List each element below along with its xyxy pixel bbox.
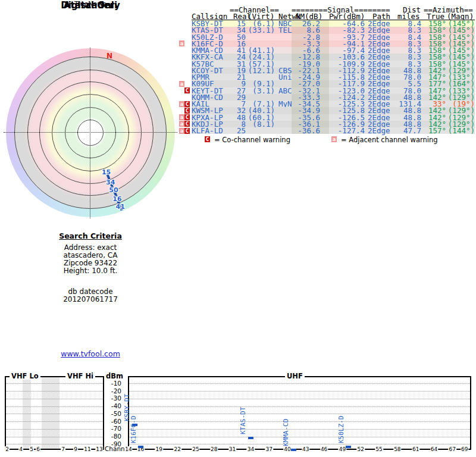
dbm-tick--10: -10: [105, 380, 121, 387]
cell-netwk: [275, 121, 292, 127]
north-label: N: [107, 52, 112, 60]
tvfool-link-wrap: www.tvfool.com: [0, 349, 181, 358]
uhf-chan-tick-55: 55: [375, 446, 383, 452]
warn-badge-c-KAIL: C: [184, 101, 190, 107]
gridline-vhf--60: [6, 421, 103, 422]
vhf-gap-band-0: [23, 377, 31, 449]
uhf-chan-tick-25: 25: [192, 446, 199, 452]
uhf-chan-tick-14: 14: [124, 446, 132, 452]
chart-marker-label-KMMA-CD: KMMA-CD: [283, 418, 290, 446]
radar-subtitle-truenorth: TrueNorth: [0, 0, 181, 8]
warn-badge-c-KWSM-LP: C: [184, 108, 190, 114]
chart-marker-label-KTAS-DT: KTAS-DT: [240, 407, 247, 434]
radar-channel-label-34: 34: [106, 179, 115, 186]
radar-crosshair-horizontal: [4, 132, 177, 133]
uhf-band-box: [128, 376, 471, 450]
tvfool-link[interactable]: www.tvfool.com: [61, 349, 120, 358]
uhf-chan-tick-19: 19: [155, 446, 163, 452]
cell-netwk: MyN: [275, 101, 292, 107]
cell-true: 157°: [421, 127, 446, 134]
cell-netwk: [275, 34, 292, 40]
uhf-chan-tick-28: 28: [210, 446, 218, 452]
cell-virt: (8.1): [246, 121, 275, 127]
chart-marker-K50LZ-D: [346, 446, 351, 448]
gridline-vhf--80: [6, 437, 103, 437]
radar-channel-label-50: 50: [109, 186, 118, 194]
cell-virt: [246, 34, 275, 40]
cell-magn: (144°): [446, 127, 475, 134]
cell-callsign: KLFA-LD: [192, 127, 233, 134]
uhf-chan-tick-67: 67: [449, 446, 456, 452]
vhf-chan-tick-2: 2: [5, 446, 10, 452]
dbm-tick--50: -50: [105, 411, 121, 417]
cell-netwk: [275, 127, 292, 134]
dbm-tick--40: -40: [105, 403, 121, 409]
search-criteria-title: Search Criteria: [0, 231, 181, 240]
gridline-uhf--40: [129, 406, 470, 407]
warn-badge-a-KAIL: a: [179, 101, 184, 107]
gridline-vhf--20: [6, 391, 103, 392]
cell-virt: (3.1): [246, 87, 275, 94]
uhf-chan-tick-37: 37: [265, 446, 273, 452]
adjacent-channel-badge: a: [331, 136, 337, 142]
chart-marker-K16FC-D: [138, 446, 143, 448]
uhf-chan-tick-52: 52: [357, 446, 365, 452]
cell-pwr: -127.4: [329, 127, 365, 134]
vhf-chan-tick-5: 5: [29, 446, 34, 452]
co-channel-legend-text: = Co-channel warning: [214, 136, 290, 143]
cell-virt: [246, 127, 275, 134]
vhf-chan-tick-11: 11: [83, 446, 91, 452]
vhf-chan-tick-9: 9: [73, 446, 78, 452]
uhf-chan-tick-58: 58: [393, 446, 401, 452]
vhf-lo-label: VHF Lo: [10, 373, 40, 380]
gridline-uhf--20: [129, 391, 470, 392]
vhf-gap-band-1: [42, 377, 60, 449]
cell-nm: -36.6: [292, 127, 329, 134]
search-footer-line-1: 201207061717: [0, 296, 181, 303]
cell-netwk: [275, 107, 292, 114]
gridline-vhf--90: [6, 444, 103, 445]
cell-virt: (33.1): [246, 27, 275, 33]
vhf-chan-tick-4: 4: [18, 446, 23, 452]
gridline-vhf--50: [6, 414, 103, 414]
uhf-chan-tick-34: 34: [247, 446, 255, 452]
vhf-hi-label: VHF Hi: [65, 373, 95, 380]
db-datecode: db datecode201207061717: [0, 288, 181, 303]
cell-netwk: ABC: [275, 87, 292, 94]
search-line-3: Height: 10.0 ft.: [0, 267, 181, 275]
cell-netwk: Uni: [275, 74, 292, 80]
radar-channel-label-16: 16: [112, 195, 121, 203]
cell-netwk: TEL: [275, 27, 292, 33]
gridline-vhf--30: [6, 399, 103, 399]
uhf-chan-tick-22: 22: [173, 446, 181, 452]
dbm-tick--60: -60: [105, 418, 121, 425]
cell-virt: (12.1): [246, 67, 275, 74]
warn-badge-c-KLFA-LD: C: [184, 128, 190, 134]
gridline-vhf--10: [6, 383, 103, 384]
uhf-chan-tick-40: 40: [283, 446, 291, 452]
gridline-uhf--80: [129, 437, 470, 437]
dbm-tick--20: -20: [105, 388, 121, 395]
radar-channel-label-41: 41: [116, 203, 125, 211]
uhf-label: UHF: [285, 373, 305, 380]
gridline-uhf--60: [129, 421, 470, 422]
search-criteria-lines: Address: exactatascadero, CAZipcode 9342…: [0, 244, 181, 275]
dbm-tick--70: -70: [105, 425, 121, 432]
gridline-uhf--10: [129, 383, 470, 384]
radar-channel-label-15: 15: [102, 168, 111, 176]
uhf-chan-tick-49: 49: [339, 446, 346, 452]
chart-marker-KMMA-CD: [291, 449, 296, 451]
chart-marker-label-K50LZ-D: K50LZ-D: [338, 416, 345, 443]
chart-marker-KTAS-DT: [248, 437, 253, 439]
uhf-chan-tick-43: 43: [302, 446, 309, 452]
co-channel-badge: C: [205, 136, 210, 142]
uhf-chan-tick-64: 64: [430, 446, 438, 452]
gridline-uhf--30: [129, 399, 470, 399]
table-row-KLFA-LD: KLFA-LD25-36.6-127.42Edge47.7157°(144°): [192, 127, 475, 134]
uhf-chan-tick-31: 31: [228, 446, 236, 452]
dbm-axis-label: dBm: [106, 373, 123, 380]
uhf-chan-tick-46: 46: [320, 446, 328, 452]
warn-badge-a-KPXA-LP: a: [179, 114, 184, 120]
gridline-vhf--70: [6, 429, 103, 430]
vhf-chan-tick-13: 13: [95, 446, 103, 452]
